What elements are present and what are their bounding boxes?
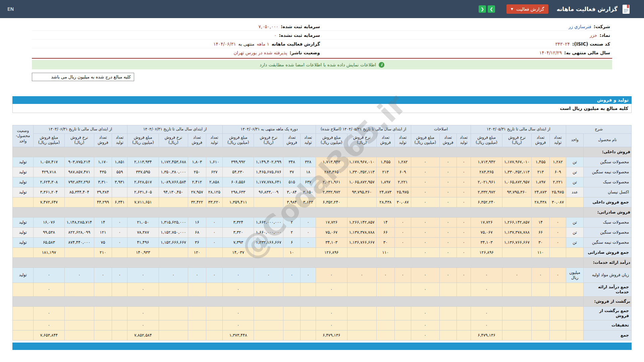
issuer-status-value: پذیرفته شده در بورس تهران [233, 50, 287, 55]
cell [188, 330, 206, 340]
cell: ۱۴ [376, 217, 394, 227]
cell [502, 330, 531, 340]
unit-cell: میلیون ریال [566, 267, 584, 283]
cell: ۶,۴۷۹,۱۳۶ [471, 330, 502, 340]
cell: ۴۳۵ [94, 167, 112, 177]
report-document-icon[interactable] [622, 4, 631, 14]
cell: ۰ [127, 267, 159, 283]
total-row: تخفیفات۰۰۰۰۰۰ [13, 320, 632, 330]
cell: ۰ [394, 227, 411, 237]
cell: ۰ [549, 267, 566, 283]
cell: ۱۸۱,۱۹۷ [33, 247, 64, 257]
cell: ۰ [301, 267, 316, 283]
cell: ۱۴ [532, 217, 550, 227]
cell: ۱,۳۷۳,۴۴۸ [222, 330, 254, 340]
next-report-button[interactable]: ❯ [488, 5, 495, 13]
isic-label: کد صنعت (ISIC): [572, 41, 610, 47]
cell [376, 320, 394, 330]
row-name-cell: جمع فروش صادراتی [584, 247, 632, 257]
cell: ۰ [206, 267, 222, 283]
status-cell: تولید [13, 237, 34, 247]
cell: ۰ [439, 167, 457, 177]
cell: ۱,۶۶۲,۰۰۰,۰۰۰ [254, 217, 283, 227]
cell [159, 330, 188, 340]
col-sub-header: مبلغ فروش (میلیون ریال) [222, 133, 254, 147]
company-link[interactable]: فنرسازي زر [569, 24, 591, 29]
cell [65, 283, 94, 296]
cell: ۰ [33, 320, 64, 330]
status-cell: تولید [13, 167, 34, 177]
cell: ۱,۴۶۵,۶۷۵,۶۷۶ [254, 167, 283, 177]
cell [549, 247, 566, 257]
cell: ۰ [301, 217, 316, 227]
fiscal-year-row: سال مالی منتهی به: ۱۴۰۴/۱۲/۲۹ [322, 48, 612, 57]
cell: ۰ [112, 237, 127, 247]
cell: ۳۰,۰۸۷ [394, 197, 411, 207]
cell: ۱۲۶,۸۹۶ [316, 247, 347, 257]
col-sub-header: تعداد تولید [394, 133, 411, 147]
report-type-button[interactable]: گزارش فعالیت ▼ [506, 4, 548, 14]
cell [347, 320, 376, 330]
cell [13, 207, 584, 217]
cell: ۱۲۰ [188, 247, 206, 257]
cell: ۲۹۸,۶۳۳ [222, 187, 254, 197]
registered-capital-value: ۷,۰۵۰,۰۰۰ [259, 24, 278, 29]
cell: ۳۲۸ [301, 157, 316, 167]
cell [254, 306, 283, 320]
cell: ۰ [439, 157, 457, 167]
cell [439, 320, 457, 330]
cell: ۳۴۸ [283, 157, 300, 167]
cell: ۱,۳۵۹,۴۱۱ [222, 197, 254, 207]
cell: ۶۶ [532, 227, 550, 237]
cell: ۰ [549, 237, 566, 247]
cell: ۰ [206, 227, 222, 237]
cell: ۰ [316, 267, 347, 283]
status-cell [13, 320, 34, 330]
cell [13, 147, 584, 157]
cell: ۰ [471, 320, 502, 330]
prev-report-button[interactable]: ❮ [479, 5, 486, 13]
table-row: اکسل نیسانعدد۲۵,۹۷۵۲۴,۸۷۳۹۳,۷۹۵,۳۶۰۲,۳۳۲… [13, 187, 632, 197]
cell: ۱,۱۴۸,۲۸۵,۷۱۴ [65, 217, 94, 227]
cell: ۳,۹۳۱ [112, 177, 127, 187]
cell: ۱,۱۷۲,۴۵۳,۶۸۸ [159, 157, 188, 167]
cell: ۳۹۹,۹۹۲ [222, 157, 254, 167]
status-cell: تولید [13, 227, 34, 237]
cell: ۰ [316, 320, 347, 330]
col-sub-header: تعداد فروش [94, 133, 112, 147]
cell: ۱,۰۸۹,۷۶۶,۵۸۴ [159, 177, 188, 187]
cell [112, 320, 127, 330]
cell: ۱,۱۳۶,۷۶۶,۶۶۷ [347, 237, 376, 247]
fiscal-year-value: ۱۴۰۴/۱۲/۲۹ [539, 50, 562, 55]
cell [112, 283, 127, 296]
unit-cell: تن [566, 177, 584, 187]
language-toggle[interactable]: EN [7, 6, 14, 12]
total-row: جمع برگشت از فروش۰۰۰۰۰۰ [13, 306, 632, 320]
symbol-row: نماد: خزر [322, 31, 612, 40]
cell: ۰ [347, 267, 376, 283]
cell: ۷۹۲,۸۴۲,۲۹۶ [65, 177, 94, 187]
cell: ۰ [549, 217, 566, 227]
cell: ۱,۲۶۶,۱۴۲,۸۵۷ [502, 217, 531, 227]
cell: ۰ [439, 247, 457, 257]
cell: ۰ [127, 320, 159, 330]
cell [65, 306, 94, 320]
report-period-date: ۱۴۰۴/۰۶/۳۱ [213, 41, 236, 47]
cell: ۰ [33, 283, 64, 296]
cell: ۰ [254, 267, 283, 283]
cell: ۳,۹۸۴ [283, 197, 300, 207]
cell: ۷۵,۰۶۷ [471, 227, 502, 237]
cell: ۰ [411, 306, 439, 320]
cell [159, 283, 188, 296]
cell: ۱,۲۳۲,۱۶۶,۶۶۷ [254, 237, 283, 247]
col-sub-header: تعداد تولید [112, 133, 127, 147]
cell: ۰ [457, 227, 471, 237]
cell: ۰ [283, 267, 300, 283]
cell [188, 320, 206, 330]
cell [254, 197, 283, 207]
cell [301, 320, 316, 330]
unit-cell [566, 330, 584, 340]
cell: ۱,۱۷۷,۹۶۷,۰۱۰ [347, 157, 376, 167]
col-status: وضعیت محصول-واحد [13, 125, 34, 147]
row-name-cell: محصولات سنگین [584, 157, 632, 167]
